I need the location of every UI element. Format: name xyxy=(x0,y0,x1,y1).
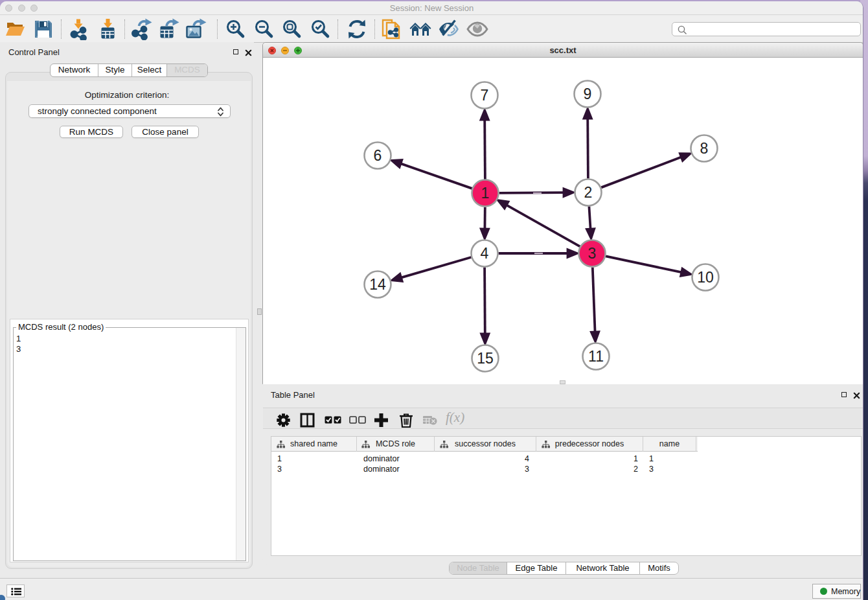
svg-text:14: 14 xyxy=(369,276,386,293)
svg-text:4: 4 xyxy=(481,245,489,262)
svg-text:2: 2 xyxy=(584,184,593,201)
svg-text:1: 1 xyxy=(481,185,490,202)
svg-text:10: 10 xyxy=(697,269,714,286)
svg-text:3: 3 xyxy=(588,245,597,262)
svg-text:9: 9 xyxy=(584,86,592,102)
svg-text:8: 8 xyxy=(700,140,709,157)
svg-text:11: 11 xyxy=(588,348,604,365)
svg-text:7: 7 xyxy=(481,87,489,104)
svg-text:6: 6 xyxy=(374,147,382,164)
svg-text:15: 15 xyxy=(477,350,494,367)
